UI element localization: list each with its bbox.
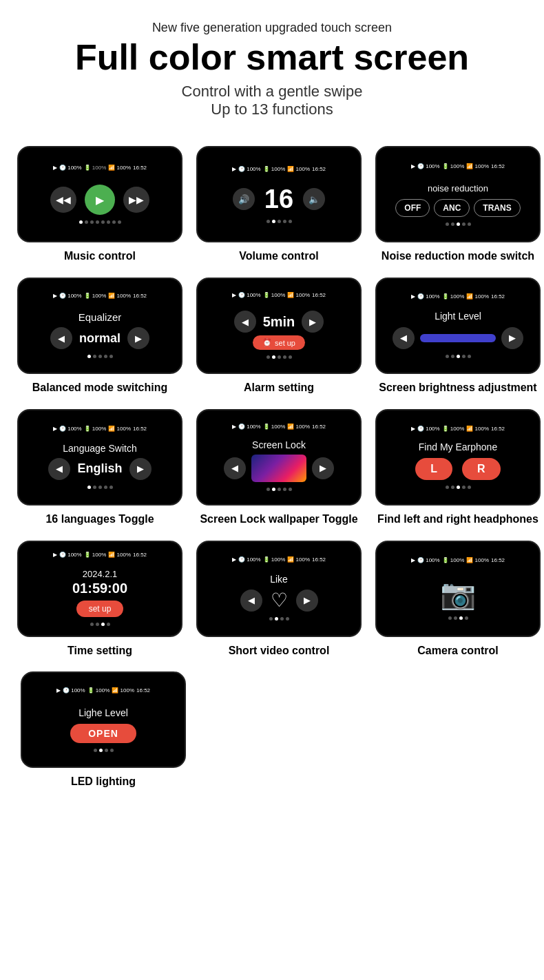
status-bar-fe: ▶ 🕐 100% 🔋 100% 📶 100% 16:52 [377, 426, 539, 432]
short-video-screen: ▶ 🕐 100% 🔋 100% 📶 100% 16:52 Like ◀ ♡ ▶ [196, 541, 362, 637]
led-screen: ▶ 🕐 100% 🔋 100% 📶 100% 16:52 Lighe Level… [21, 671, 186, 768]
ll-prev-button[interactable]: ◀ [393, 327, 415, 349]
status-bar-volume: ▶ 🕐 100% 🔋 100% 📶 100% 16:52 [198, 166, 360, 172]
nr-anc-button[interactable]: ANC [434, 199, 470, 217]
nr-label: noise reduction [428, 183, 488, 194]
ts-setup-button[interactable]: set up [76, 601, 124, 617]
ts-date: 2024.2.1 [83, 569, 118, 579]
screen-lock-label: Screen Lock wallpaper Toggle [200, 512, 357, 527]
equalizer-cell: ▶ 🕐 100% 🔋 100% 📶 100% 16:52 Equalizer ◀… [17, 278, 182, 395]
camera-screen: ▶ 🕐 100% 🔋 100% 📶 100% 16:52 📷 [375, 541, 541, 637]
time-setting-label: Time setting [67, 644, 132, 658]
page-header: New five generation upgraded touch scree… [0, 0, 544, 132]
status-bar-ts: ▶ 🕐 100% 🔋 100% 📶 100% 16:52 [19, 552, 181, 558]
light-level-cell: ▶ 🕐 100% 🔋 100% 📶 100% 16:52 Light Level… [375, 278, 541, 395]
lang-dots [87, 486, 113, 489]
alarm-setup-button[interactable]: ⏰ set up [253, 335, 305, 350]
music-control-cell: ▶ 🕐 100% 🔋 100% 📶 100% 16:52 ◀◀ ▶ ▶▶ [17, 146, 182, 264]
find-earphone-screen: ▶ 🕐 100% 🔋 100% 📶 100% 16:52 Find My Ear… [375, 409, 541, 505]
music-control-label: Music control [64, 249, 136, 264]
eq-next-button[interactable]: ▶ [127, 327, 149, 349]
find-earphone-cell: ▶ 🕐 100% 🔋 100% 📶 100% 16:52 Find My Ear… [375, 409, 541, 527]
camera-label: Camera control [417, 644, 498, 658]
light-level-label: Screen brightness adjustment [379, 381, 536, 395]
volume-control-label: Volume control [239, 249, 318, 264]
short-video-cell: ▶ 🕐 100% 🔋 100% 📶 100% 16:52 Like ◀ ♡ ▶ … [196, 541, 362, 658]
lang-val-row: ◀ English ▶ [48, 458, 151, 480]
camera-icon: 📷 [440, 577, 476, 611]
sl-wallpaper [251, 455, 306, 482]
led-dots [94, 749, 114, 752]
screen-lock-screen: ▶ 🕐 100% 🔋 100% 📶 100% 16:52 Screen Lock… [196, 409, 362, 505]
eq-label: Equalizer [79, 311, 122, 323]
language-cell: ▶ 🕐 100% 🔋 100% 📶 100% 16:52 Language Sw… [17, 409, 182, 527]
noise-reduction-screen: ▶ 🕐 100% 🔋 100% 📶 100% 16:52 noise reduc… [375, 146, 541, 242]
nr-trans-button[interactable]: TRANS [474, 199, 520, 217]
music-dots [79, 220, 121, 224]
sv-next-button[interactable]: ▶ [296, 590, 318, 612]
find-right-button[interactable]: R [462, 458, 501, 480]
sl-label: Screen Lock [252, 439, 306, 450]
alarm-prev-button[interactable]: ◀ [234, 311, 256, 333]
sv-heart-icon: ♡ [271, 589, 288, 612]
alarm-next-button[interactable]: ▶ [302, 311, 324, 333]
next-button[interactable]: ▶▶ [123, 187, 149, 213]
sv-prev-button[interactable]: ◀ [240, 590, 262, 612]
nr-off-button[interactable]: OFF [395, 199, 430, 217]
led-open-button[interactable]: OPEN [70, 724, 136, 743]
status-bar-alarm: ▶ 🕐 100% 🔋 100% 📶 100% 16:52 [198, 292, 360, 298]
fe-buttons-row: L R [415, 458, 500, 480]
equalizer-label: Balanced mode switching [32, 381, 167, 395]
nr-dots [446, 222, 471, 226]
alarm-time-row: ◀ 5min ▶ [234, 311, 324, 333]
ll-bar-row: ◀ ▶ [393, 327, 523, 349]
sv-heart-row: ◀ ♡ ▶ [240, 589, 318, 612]
header-tagline1: Control with a gentle swipe [14, 83, 530, 101]
wallpaper-gradient [251, 455, 306, 482]
lang-next-button[interactable]: ▶ [129, 458, 151, 480]
volume-control-cell: ▶ 🕐 100% 🔋 100% 📶 100% 16:52 🔊 16 🔈 Volu… [196, 146, 362, 264]
eq-prev-button[interactable]: ◀ [50, 327, 72, 349]
short-video-label: Short video control [229, 644, 330, 658]
prev-button[interactable]: ◀◀ [50, 187, 76, 213]
lang-value: English [77, 461, 122, 476]
status-bar-sv: ▶ 🕐 100% 🔋 100% 📶 100% 16:52 [198, 556, 360, 563]
cam-dots [448, 616, 468, 620]
camera-cell: ▶ 🕐 100% 🔋 100% 📶 100% 16:52 📷 Camera co… [375, 541, 541, 658]
lang-prev-button[interactable]: ◀ [48, 458, 70, 480]
eq-value: normal [79, 331, 121, 346]
noise-reduction-cell: ▶ 🕐 100% 🔋 100% 📶 100% 16:52 noise reduc… [375, 146, 541, 264]
status-bar-sl: ▶ 🕐 100% 🔋 100% 📶 100% 16:52 [198, 424, 360, 430]
volume-down-button[interactable]: 🔊 [233, 188, 255, 210]
eq-dots [87, 355, 113, 358]
status-bar-cam: ▶ 🕐 100% 🔋 100% 📶 100% 16:52 [377, 557, 539, 563]
find-earphone-label: Find left and right headphones [377, 512, 538, 527]
time-setting-screen: ▶ 🕐 100% 🔋 100% 📶 100% 16:52 2024.2.1 01… [17, 541, 182, 637]
status-bar-nr: ▶ 🕐 100% 🔋 100% 📶 100% 16:52 [377, 163, 539, 169]
music-controls-row: ◀◀ ▶ ▶▶ [50, 185, 149, 215]
play-button[interactable]: ▶ [85, 185, 115, 215]
screen-lock-cell: ▶ 🕐 100% 🔋 100% 📶 100% 16:52 Screen Lock… [196, 409, 362, 527]
status-bar-eq: ▶ 🕐 100% 🔋 100% 📶 100% 16:52 [19, 293, 181, 299]
led-grid: ▶ 🕐 100% 🔋 100% 📶 100% 16:52 Lighe Level… [0, 671, 544, 810]
ll-dots [446, 355, 471, 358]
led-label: Lighe Level [79, 707, 128, 718]
status-bar-music: ▶ 🕐 100% 🔋 100% 📶 100% 16:52 [19, 165, 181, 171]
header-tagline2: Up to 13 functions [14, 101, 530, 118]
alarm-dots [266, 355, 292, 359]
volume-number: 16 [264, 185, 293, 214]
sl-prev-button[interactable]: ◀ [224, 457, 246, 479]
alarm-time-value: 5min [263, 314, 295, 330]
volume-dots [266, 220, 292, 223]
sl-next-button[interactable]: ▶ [312, 457, 334, 479]
find-left-button[interactable]: L [415, 458, 452, 480]
feature-grid: ▶ 🕐 100% 🔋 100% 📶 100% 16:52 ◀◀ ▶ ▶▶ [0, 132, 544, 671]
status-bar-lang: ▶ 🕐 100% 🔋 100% 📶 100% 16:52 [19, 426, 181, 432]
led-lighting-label: LED lighting [71, 775, 136, 789]
ll-next-button[interactable]: ▶ [501, 327, 523, 349]
volume-up-button[interactable]: 🔈 [303, 188, 325, 210]
time-setting-cell: ▶ 🕐 100% 🔋 100% 📶 100% 16:52 2024.2.1 01… [17, 541, 182, 658]
sv-label: Like [270, 574, 288, 585]
ts-time: 01:59:00 [72, 581, 127, 596]
nr-buttons-row: OFF ANC TRANS [395, 199, 520, 217]
